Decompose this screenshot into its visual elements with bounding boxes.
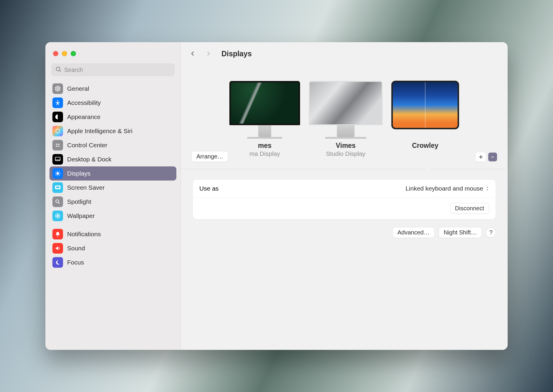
displays-overview: mes ma Display Vimes Studio Display Crow… [181, 65, 508, 169]
sidebar-item-label: Wallpaper [67, 212, 95, 219]
night-shift-button[interactable]: Night Shift… [439, 227, 482, 238]
display-thumb-1[interactable] [229, 81, 300, 139]
add-display-menu[interactable] [488, 153, 497, 161]
svg-point-3 [57, 100, 58, 102]
focus-icon [52, 257, 63, 268]
screen-saver-icon [52, 182, 63, 193]
forward-button[interactable] [203, 49, 213, 59]
svg-line-18 [59, 175, 60, 176]
minimize-window-button[interactable] [62, 51, 67, 56]
siri-icon [52, 126, 63, 136]
desktop-dock-icon [52, 154, 63, 165]
search-input[interactable] [51, 63, 175, 76]
sidebar-item-label: Focus [67, 259, 84, 266]
search-icon [55, 66, 62, 73]
page-title: Displays [221, 49, 252, 58]
svg-point-6 [56, 144, 57, 145]
svg-point-26 [57, 215, 59, 217]
svg-line-20 [59, 171, 60, 172]
display-thumb-2[interactable] [309, 81, 383, 139]
svg-rect-7 [57, 144, 60, 145]
display-name: Crowley [391, 142, 459, 150]
window-controls [45, 49, 181, 63]
sidebar-item-displays[interactable]: Displays [49, 166, 176, 181]
display-name: Vimes [309, 142, 383, 150]
chevron-down-icon [491, 155, 495, 159]
svg-point-2 [57, 88, 59, 90]
use-as-select[interactable]: Linked keyboard and mouse [405, 185, 489, 192]
use-as-value: Linked keyboard and mouse [405, 185, 483, 192]
arrange-button[interactable]: Arrange… [191, 151, 228, 162]
accessibility-icon [52, 97, 63, 108]
sidebar-item-siri[interactable]: Apple Intelligence & Siri [49, 124, 176, 138]
wallpaper-icon [52, 211, 63, 221]
display-subtitle: ma Display [229, 150, 300, 157]
notifications-icon [52, 229, 63, 239]
settings-panel: Use as Linked keyboard and mouse Disconn… [193, 179, 496, 219]
svg-line-19 [56, 175, 56, 176]
sidebar-item-label: General [67, 85, 89, 92]
system-settings-window: General Accessibility Appearance Apple I… [45, 42, 508, 350]
svg-rect-10 [55, 157, 60, 161]
close-window-button[interactable] [53, 51, 58, 56]
control-center-icon [52, 140, 63, 150]
help-button[interactable]: ? [486, 228, 496, 238]
titlebar: Displays [181, 42, 508, 65]
sidebar-item-label: Desktop & Dock [67, 156, 112, 163]
sidebar-item-label: Sound [67, 245, 85, 252]
main-content: Displays mes ma Display [181, 42, 508, 350]
display-thumb-3[interactable] [391, 81, 459, 129]
svg-line-17 [56, 171, 56, 172]
sidebar-item-label: Accessibility [67, 99, 101, 106]
svg-point-23 [56, 200, 59, 203]
svg-point-27 [57, 236, 58, 236]
gear-icon [52, 83, 63, 94]
sidebar-item-spotlight[interactable]: Spotlight [49, 195, 176, 209]
svg-rect-9 [56, 146, 58, 147]
fullscreen-window-button[interactable] [71, 51, 76, 56]
display-subtitle: Studio Display [309, 150, 383, 157]
sidebar-item-label: Displays [67, 170, 90, 177]
sidebar-item-label: Notifications [67, 231, 101, 238]
sidebar-item-notifications[interactable]: Notifications [49, 227, 176, 241]
svg-line-24 [58, 202, 60, 204]
sidebar-item-label: Control Center [67, 142, 107, 149]
svg-line-1 [59, 70, 61, 72]
selection-pointer [423, 166, 430, 169]
sidebar-item-wallpaper[interactable]: Wallpaper [49, 209, 176, 223]
spotlight-icon [52, 196, 63, 207]
add-display-button[interactable] [475, 152, 486, 162]
use-as-label: Use as [199, 185, 218, 192]
displays-icon [52, 168, 63, 179]
sidebar-list: General Accessibility Appearance Apple I… [45, 82, 181, 269]
disconnect-button[interactable]: Disconnect [450, 203, 489, 214]
advanced-button[interactable]: Advanced… [393, 227, 435, 238]
sidebar-item-accessibility[interactable]: Accessibility [49, 96, 176, 110]
sidebar-item-desktop-dock[interactable]: Desktop & Dock [49, 152, 176, 166]
appearance-icon [52, 112, 63, 122]
svg-point-5 [56, 129, 59, 133]
sound-icon [52, 243, 63, 254]
sidebar: General Accessibility Appearance Apple I… [45, 42, 181, 350]
display-name: mes [229, 142, 300, 150]
svg-point-8 [58, 145, 59, 147]
sidebar-item-general[interactable]: General [49, 82, 176, 96]
sidebar-item-sound[interactable]: Sound [49, 241, 176, 255]
sidebar-item-label: Screen Saver [67, 184, 105, 191]
plus-icon [478, 154, 484, 160]
sidebar-item-control-center[interactable]: Control Center [49, 138, 176, 152]
updown-icon [486, 186, 489, 191]
sidebar-item-label: Spotlight [67, 198, 91, 205]
svg-point-12 [56, 172, 59, 175]
sidebar-item-appearance[interactable]: Appearance [49, 110, 176, 124]
svg-point-0 [56, 67, 60, 71]
display-settings: Use as Linked keyboard and mouse Disconn… [181, 169, 508, 248]
sidebar-item-label: Appearance [67, 113, 100, 120]
back-button[interactable] [188, 49, 198, 59]
svg-rect-22 [56, 186, 60, 188]
sidebar-item-screen-saver[interactable]: Screen Saver [49, 181, 176, 195]
sidebar-item-label: Apple Intelligence & Siri [67, 128, 133, 135]
sidebar-item-focus[interactable]: Focus [49, 255, 176, 269]
